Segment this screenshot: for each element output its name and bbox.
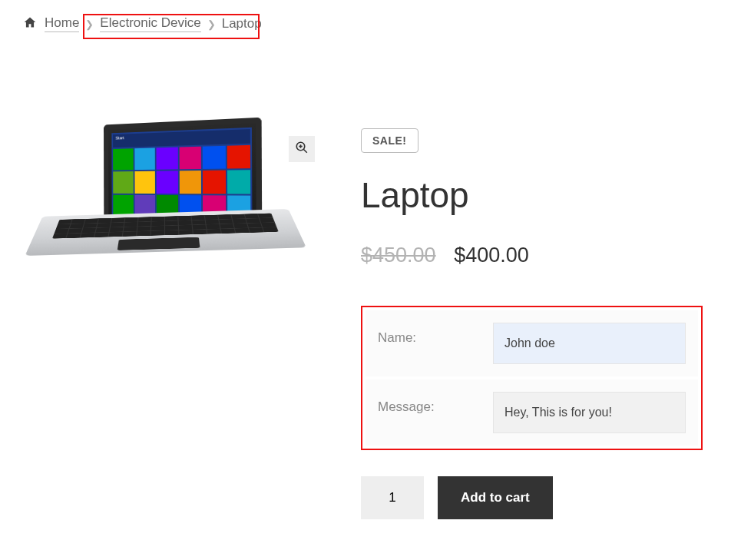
- product-image-column: Start: [23, 63, 315, 519]
- zoom-button[interactable]: [289, 136, 315, 162]
- gift-fields-box: Name: Message:: [361, 306, 703, 450]
- price-row: $450.00 $400.00: [361, 244, 718, 267]
- add-to-cart-button[interactable]: Add to cart: [438, 476, 553, 519]
- magnify-plus-icon: [295, 141, 309, 157]
- screen-start-label: Start: [113, 129, 250, 147]
- message-input[interactable]: [493, 392, 686, 433]
- name-input[interactable]: [493, 323, 686, 364]
- product-container: Start SALE! Laptop $450.00 $400.00 Name:: [0, 63, 741, 519]
- field-row-name: Name:: [366, 310, 698, 376]
- price-new: $400.00: [454, 244, 529, 267]
- name-label: Name:: [378, 323, 493, 346]
- home-icon: [23, 16, 37, 32]
- breadcrumb-category-link[interactable]: Electronic Device: [100, 15, 200, 32]
- chevron-right-icon: ❯: [207, 18, 216, 30]
- message-label: Message:: [378, 392, 493, 415]
- product-title: Laptop: [361, 174, 718, 216]
- cart-row: Add to cart: [361, 476, 718, 519]
- breadcrumb-home-link[interactable]: Home: [45, 15, 79, 32]
- product-summary: SALE! Laptop $450.00 $400.00 Name: Messa…: [361, 63, 718, 519]
- quantity-input[interactable]: [361, 476, 424, 519]
- breadcrumb: Home ❯ Electronic Device ❯ Laptop: [0, 0, 741, 63]
- product-image[interactable]: Start: [40, 123, 283, 298]
- field-row-message: Message:: [366, 379, 698, 446]
- price-old: $450.00: [361, 244, 436, 267]
- sale-badge: SALE!: [361, 128, 418, 153]
- svg-line-1: [303, 149, 307, 153]
- chevron-right-icon: ❯: [85, 18, 94, 30]
- breadcrumb-current: Laptop: [222, 16, 262, 31]
